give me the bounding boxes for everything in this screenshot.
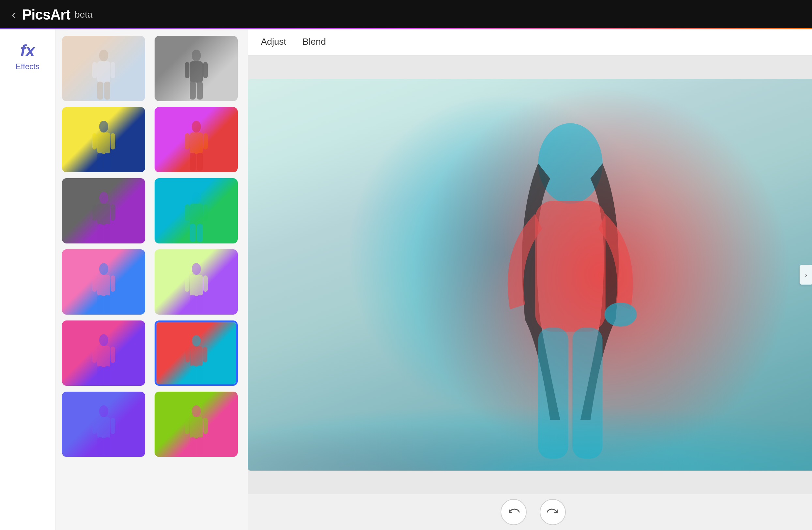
svg-rect-3	[111, 62, 115, 78]
svg-rect-23	[197, 153, 203, 171]
effect-thumb-5[interactable]	[62, 178, 145, 243]
effect-thumb-8[interactable]	[155, 249, 238, 315]
collapse-right-button[interactable]: ›	[800, 265, 812, 284]
app-version: beta	[75, 10, 92, 20]
effect-thumb-4[interactable]	[155, 107, 238, 172]
svg-rect-63	[111, 418, 115, 434]
svg-rect-37	[97, 275, 110, 296]
svg-point-0	[99, 50, 108, 61]
svg-point-66	[192, 405, 201, 417]
svg-point-24	[99, 192, 108, 204]
svg-rect-75	[538, 327, 568, 459]
svg-point-54	[192, 335, 201, 346]
svg-rect-26	[92, 204, 97, 221]
effect-thumb-12[interactable]	[155, 392, 238, 457]
svg-rect-1	[97, 61, 110, 83]
svg-rect-46	[190, 295, 195, 313]
logo: PicsArt beta	[22, 6, 92, 23]
svg-rect-9	[203, 62, 208, 78]
svg-rect-43	[190, 275, 203, 296]
svg-rect-64	[97, 437, 103, 455]
effects-panel	[55, 29, 248, 530]
svg-rect-45	[203, 276, 208, 292]
undo-button[interactable]	[501, 499, 527, 525]
svg-rect-20	[185, 133, 189, 150]
svg-rect-31	[190, 204, 203, 225]
svg-rect-39	[111, 276, 115, 292]
svg-rect-34	[190, 224, 195, 242]
svg-rect-67	[190, 417, 203, 438]
effect-thumb-2[interactable]	[155, 36, 238, 101]
effects-tool[interactable]: fx Effects	[16, 42, 40, 71]
svg-point-30	[192, 192, 201, 204]
effect-thumb-1[interactable]	[62, 36, 145, 101]
preview-area: ‹	[248, 55, 812, 494]
svg-point-60	[99, 405, 108, 417]
svg-rect-11	[197, 82, 203, 99]
right-panel: Adjust Blend ‹	[248, 29, 812, 530]
svg-rect-58	[190, 365, 195, 382]
tab-adjust[interactable]: Adjust	[261, 37, 286, 48]
svg-rect-62	[92, 418, 97, 434]
svg-rect-28	[97, 224, 103, 242]
svg-rect-38	[92, 276, 97, 292]
svg-rect-27	[111, 204, 115, 221]
toolbar: Adjust Blend	[248, 29, 812, 55]
svg-rect-5	[104, 82, 110, 99]
svg-rect-13	[97, 132, 110, 154]
effect-thumb-3[interactable]	[62, 107, 145, 172]
svg-rect-61	[97, 417, 110, 438]
svg-rect-52	[97, 366, 103, 384]
svg-rect-65	[104, 437, 110, 455]
action-bar	[248, 494, 812, 530]
effect-thumb-7[interactable]	[62, 249, 145, 315]
svg-rect-19	[190, 132, 203, 154]
svg-rect-16	[97, 153, 103, 171]
svg-rect-22	[190, 153, 195, 171]
effect-thumb-11[interactable]	[62, 392, 145, 457]
fx-label: Effects	[16, 62, 40, 71]
svg-rect-32	[185, 204, 189, 221]
svg-rect-15	[111, 133, 115, 150]
svg-rect-33	[203, 204, 208, 221]
effect-thumb-6[interactable]	[155, 178, 238, 243]
svg-rect-4	[97, 82, 103, 99]
back-button[interactable]: ‹	[12, 9, 16, 20]
svg-point-12	[99, 121, 108, 132]
svg-rect-73	[535, 201, 606, 332]
svg-rect-57	[203, 347, 207, 363]
svg-rect-69	[203, 418, 208, 434]
svg-rect-49	[97, 346, 110, 367]
svg-rect-47	[197, 295, 203, 313]
svg-rect-17	[104, 153, 110, 171]
svg-rect-51	[111, 347, 115, 363]
preview-image	[248, 79, 812, 471]
svg-point-18	[192, 121, 201, 132]
svg-rect-14	[92, 133, 97, 150]
svg-point-42	[192, 263, 201, 275]
svg-rect-56	[185, 347, 189, 363]
main-layout: fx Effects	[0, 29, 812, 530]
svg-rect-7	[190, 61, 203, 83]
svg-rect-25	[97, 204, 110, 225]
svg-point-74	[605, 303, 637, 327]
svg-rect-21	[203, 133, 208, 150]
effect-thumb-10[interactable]	[155, 320, 238, 386]
svg-rect-53	[104, 366, 110, 384]
svg-rect-41	[104, 295, 110, 313]
svg-rect-2	[92, 62, 97, 78]
redo-button[interactable]	[540, 499, 566, 525]
svg-rect-10	[190, 82, 195, 99]
effect-thumb-9[interactable]	[62, 320, 145, 386]
svg-point-48	[99, 334, 108, 346]
svg-rect-29	[104, 224, 110, 242]
svg-rect-44	[185, 276, 189, 292]
svg-rect-40	[97, 295, 103, 313]
svg-rect-71	[197, 437, 203, 455]
tab-blend[interactable]: Blend	[303, 37, 326, 48]
app-name: PicsArt	[22, 6, 70, 23]
left-sidebar: fx Effects	[0, 29, 55, 530]
fx-symbol: fx	[20, 42, 34, 59]
svg-rect-68	[185, 418, 189, 434]
svg-rect-59	[197, 365, 202, 382]
